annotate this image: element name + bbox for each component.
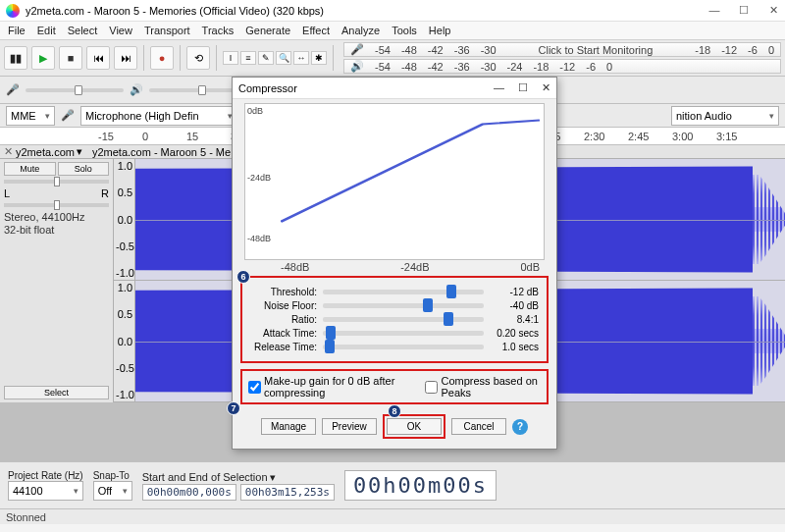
compressor-graph: 0dB -24dB -48dB -48dB -24dB 0dB [244,103,545,260]
zoom-tool-icon[interactable]: 🔍 [276,51,291,65]
minimize-button[interactable]: — [708,4,720,17]
param-label: Ratio: [250,314,317,325]
track-format: Stereo, 44100Hz 32-bit float [4,211,109,237]
mute-button[interactable]: Mute [4,162,56,176]
selection-end-field[interactable]: 00h03m15,253s [240,484,335,501]
recording-volume-slider[interactable] [26,88,124,92]
selection-label: Start and End of Selection [142,471,268,483]
annotation-badge-6: 6 [236,270,250,284]
param-slider[interactable] [323,290,484,294]
param-label: Release Time: [250,342,317,352]
skip-start-button[interactable]: ⏮ [86,46,110,70]
menu-effect[interactable]: Effect [302,25,330,36]
menu-file[interactable]: File [8,25,26,36]
window-titlebar: y2meta.com - Maroon 5 - Memories (Offici… [0,0,785,22]
param-value: 0.20 secs [490,328,539,339]
param-slider[interactable] [323,331,484,336]
menu-analyze[interactable]: Analyze [341,25,380,36]
speaker-meter-icon: 🔊 [350,60,364,73]
preview-button[interactable]: Preview [322,418,377,435]
help-icon[interactable]: ? [512,419,528,435]
menu-view[interactable]: View [109,25,132,36]
skip-end-button[interactable]: ⏭ [114,46,137,70]
compressor-dialog: Compressor — ☐ ✕ 0dB -24dB -48dB -48dB -… [232,77,557,450]
recording-meter[interactable]: 🎤 -54 -48 -42 -36 -30 Click to Start Mon… [343,42,781,57]
pan-slider[interactable] [4,203,109,207]
menu-select[interactable]: Select [68,25,98,36]
cancel-button[interactable]: Cancel [451,418,506,435]
status-bar: Stonned [0,508,785,524]
stop-button[interactable]: ■ [59,46,82,70]
recording-device-select[interactable]: Microphone (High Defin [80,106,237,126]
envelope-tool-icon[interactable]: ≡ [240,51,256,65]
param-row-1: Noise Floor:-40 dB [250,300,539,311]
close-track-icon[interactable]: ✕ [4,145,13,158]
close-button[interactable]: ✕ [767,4,779,17]
param-slider[interactable] [323,317,484,322]
edit-tools: I ≡ ✎ 🔍 ↔ ✱ [223,51,327,65]
dialog-titlebar[interactable]: Compressor — ☐ ✕ [233,78,556,99]
param-row-4: Release Time:1.0 secs [250,342,539,352]
snap-to-label: Snap-To [93,470,132,481]
param-value: 1.0 secs [490,342,539,352]
record-button[interactable]: ● [150,46,174,70]
selection-toolbar: Project Rate (Hz) 44100 Snap-To Off Star… [0,461,785,508]
compress-peaks-checkbox[interactable]: Compress based on Peaks [425,375,541,399]
gain-slider[interactable] [4,180,109,184]
app-logo-icon [6,4,20,18]
window-title: y2meta.com - Maroon 5 - Memories (Offici… [26,5,324,17]
param-slider[interactable] [323,345,484,349]
track-select-button[interactable]: Select [4,386,109,399]
annotation-badge-8: 8 [388,404,401,418]
selection-start-field[interactable]: 00h00m00,000s [142,484,236,501]
menu-transport[interactable]: Transport [144,25,190,36]
timeshift-tool-icon[interactable]: ↔ [293,51,309,65]
dialog-close-button[interactable]: ✕ [542,81,550,94]
param-label: Attack Time: [250,328,317,339]
track-control-panel: Mute Solo LR Stereo, 44100Hz 32-bit floa… [0,159,114,402]
annotation-badge-7: 7 [227,401,240,415]
compressor-options-group: Make-up gain for 0 dB after compressing … [240,369,549,404]
chevron-down-icon[interactable]: ▾ [270,471,276,483]
multi-tool-icon[interactable]: ✱ [311,51,327,65]
solo-button[interactable]: Solo [58,162,110,176]
mic-icon: 🎤 [6,83,20,96]
menu-generate[interactable]: Generate [245,25,290,36]
transport-toolbar: ▮▮ ▶ ■ ⏮ ⏭ ● ⟲ I ≡ ✎ 🔍 ↔ ✱ 🎤 -54 -48 -42… [0,39,785,77]
param-row-0: Threshold:-12 dB [250,287,539,297]
dialog-maximize-button[interactable]: ☐ [518,81,528,94]
pause-button[interactable]: ▮▮ [4,46,27,70]
audio-position-display[interactable]: 00h00m00s [344,470,497,501]
project-rate-select[interactable]: 44100 [8,481,83,501]
play-button[interactable]: ▶ [31,46,55,70]
chevron-down-icon[interactable]: ▾ [77,145,82,158]
menu-help[interactable]: Help [429,25,451,36]
mic-meter-icon: 🎤 [350,43,364,56]
dialog-minimize-button[interactable]: — [494,81,504,94]
param-row-3: Attack Time:0.20 secs [250,328,539,339]
menu-edit[interactable]: Edit [37,25,56,36]
compressor-params-group: Threshold:-12 dBNoise Floor:-40 dBRatio:… [240,276,549,363]
mic-device-icon: 🎤 [61,109,75,122]
menu-bar: File Edit Select View Transport Tracks G… [0,22,785,39]
menu-tools[interactable]: Tools [392,25,417,36]
loop-button[interactable]: ⟲ [186,46,210,70]
playback-meter[interactable]: 🔊 -54 -48 -42 -36 -30 -24 -18 -12 -6 0 [343,59,781,74]
param-value: 8.4:1 [490,314,539,325]
playback-device-select[interactable]: nition Audio [671,106,779,126]
snap-to-select[interactable]: Off [93,481,132,501]
dialog-button-row: Manage Preview 8 OK Cancel ? [233,408,556,449]
param-value: -40 dB [490,300,539,311]
selection-tool-icon[interactable]: I [223,51,238,65]
ok-button[interactable]: OK [387,418,442,435]
maximize-button[interactable]: ☐ [738,4,750,17]
menu-tracks[interactable]: Tracks [202,25,235,36]
dialog-title: Compressor [238,82,297,94]
makeup-gain-checkbox[interactable]: Make-up gain for 0 dB after compressing [248,375,415,399]
draw-tool-icon[interactable]: ✎ [258,51,274,65]
param-label: Threshold: [250,287,317,297]
host-api-select[interactable]: MME [6,106,55,126]
manage-button[interactable]: Manage [261,418,316,435]
param-slider[interactable] [323,303,484,308]
project-rate-label: Project Rate (Hz) [8,470,83,481]
